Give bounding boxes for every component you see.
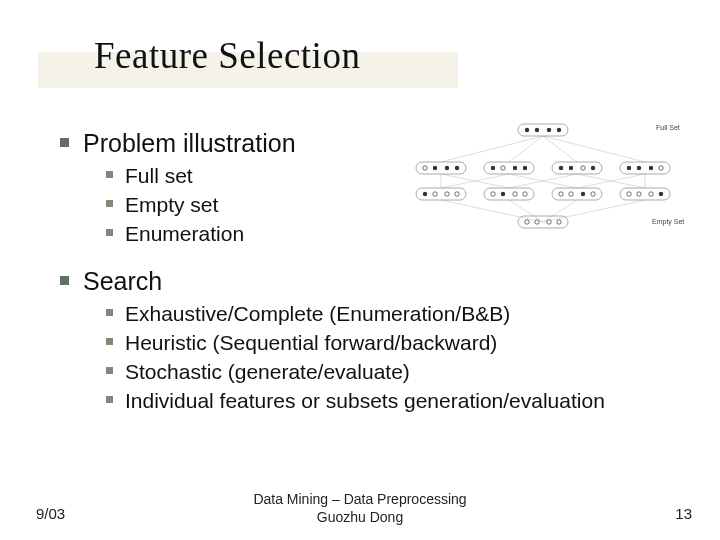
bullet-square-icon [106, 200, 113, 207]
section-heading-text: Problem illustration [83, 128, 296, 159]
slide-title-container: Feature Selection [38, 16, 682, 86]
footer-author: Guozhu Dong [317, 509, 403, 525]
footer-page-number: 13 [675, 505, 692, 522]
bullet-square-icon [60, 138, 69, 147]
list-item-text: Exhaustive/Complete (Enumeration/B&B) [125, 301, 510, 328]
list-item: Full set [106, 163, 660, 190]
list-item-text: Individual features or subsets generatio… [125, 388, 605, 414]
list-item: Stochastic (generate/evaluate) [106, 359, 660, 386]
list-item: Enumeration [106, 221, 660, 248]
bullet-square-icon [106, 396, 113, 403]
bullet-square-icon [106, 367, 113, 374]
list-item: Exhaustive/Complete (Enumeration/B&B) [106, 301, 660, 328]
footer-center: Data Mining – Data Preprocessing Guozhu … [0, 491, 720, 526]
slide-body: Problem illustration Full set Empty set … [60, 110, 660, 415]
bullet-square-icon [106, 338, 113, 345]
list-item-text: Stochastic (generate/evaluate) [125, 359, 410, 386]
bullet-square-icon [106, 171, 113, 178]
list-item-text: Empty set [125, 192, 218, 219]
section-heading-problem: Problem illustration [60, 128, 660, 159]
footer-course-title: Data Mining – Data Preprocessing [253, 491, 466, 507]
slide-title: Feature Selection [38, 16, 682, 77]
list-item: Individual features or subsets generatio… [106, 388, 660, 414]
list-item: Heuristic (Sequential forward/backward) [106, 330, 660, 357]
slide: { "title": "Feature Selection", "section… [0, 0, 720, 540]
list-item-text: Heuristic (Sequential forward/backward) [125, 330, 497, 357]
list-item-text: Full set [125, 163, 193, 190]
bullet-square-icon [106, 309, 113, 316]
section-heading-search: Search [60, 266, 660, 297]
section-heading-text: Search [83, 266, 162, 297]
bullet-square-icon [106, 229, 113, 236]
list-item-text: Enumeration [125, 221, 244, 248]
list-item: Empty set [106, 192, 660, 219]
bullet-square-icon [60, 276, 69, 285]
